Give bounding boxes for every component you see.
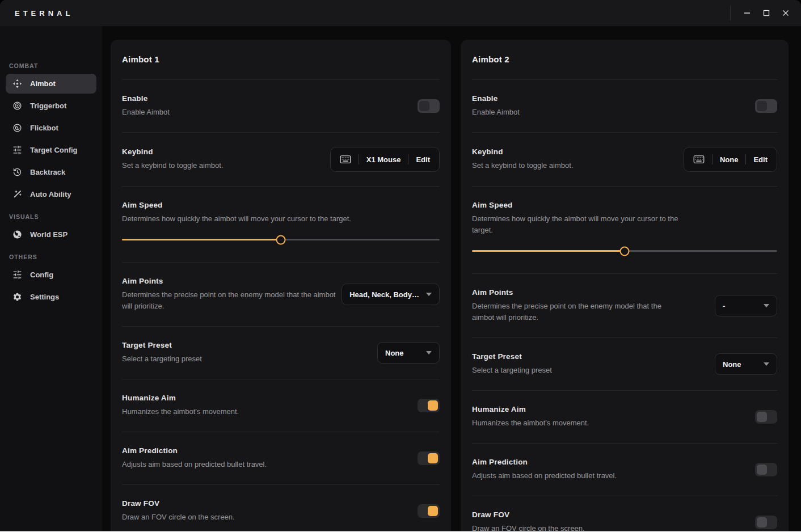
toggle-knob xyxy=(757,465,767,475)
setting-row-aim-prediction: Aim Prediction Adjusts aim based on pred… xyxy=(122,432,440,484)
maximize-icon xyxy=(761,7,772,19)
chevron-down-icon xyxy=(426,351,432,354)
setting-desc: Determines the precise point on the enem… xyxy=(472,301,682,323)
target-preset-select[interactable]: None xyxy=(377,342,440,364)
minimize-button[interactable] xyxy=(737,0,757,26)
setting-desc: Adjusts aim based on predicted bullet tr… xyxy=(122,459,267,470)
setting-label: Keybind xyxy=(122,147,224,156)
setting-desc: Humanizes the aimbot's movement. xyxy=(472,417,589,429)
keybind-value: X1 Mouse xyxy=(366,155,401,164)
sidebar-item-triggerbot[interactable]: Triggerbot xyxy=(6,96,96,116)
keyboard-icon xyxy=(693,155,705,164)
globe-icon xyxy=(12,230,22,240)
keybind-control[interactable]: X1 Mouse Edit xyxy=(330,147,440,172)
toggle-knob xyxy=(428,506,438,516)
slider-thumb[interactable] xyxy=(620,246,630,256)
maximize-button[interactable] xyxy=(757,0,776,26)
toggle-knob xyxy=(757,412,767,422)
keybind-edit-button[interactable]: Edit xyxy=(416,155,430,164)
gear-icon xyxy=(12,292,22,302)
history-icon xyxy=(12,167,22,178)
toggle-knob xyxy=(757,101,767,111)
sidebar-item-label: Backtrack xyxy=(30,168,65,176)
setting-desc: Select a targeting preset xyxy=(122,353,202,365)
sidebar-item-world-esp[interactable]: World ESP xyxy=(6,225,96,244)
sidebar-section-combat: COMBAT xyxy=(9,62,93,69)
sidebar-item-target-config[interactable]: Target Config xyxy=(6,140,96,160)
aim-prediction-toggle[interactable] xyxy=(755,463,777,476)
setting-row-enable: Enable Enable Aimbot xyxy=(122,79,440,132)
aimbot-1-panel: Aimbot 1 Enable Enable Aimbot Keybind Se… xyxy=(111,40,451,532)
sidebar-section-visuals: VISUALS xyxy=(9,213,93,220)
setting-desc: Select a targeting preset xyxy=(472,365,552,376)
keybind-control[interactable]: None Edit xyxy=(684,147,777,172)
close-icon xyxy=(780,7,791,19)
setting-desc: Set a keybind to toggle aimbot. xyxy=(122,160,224,171)
setting-label: Aim Prediction xyxy=(122,446,267,455)
setting-row-humanize-aim: Humanize Aim Humanizes the aimbot's move… xyxy=(472,390,777,443)
humanize-aim-toggle[interactable] xyxy=(755,410,777,424)
aim-prediction-toggle[interactable] xyxy=(418,451,440,465)
aim-speed-slider[interactable] xyxy=(472,246,777,256)
sidebar-item-label: Triggerbot xyxy=(30,102,66,110)
setting-label: Aim Points xyxy=(472,288,682,297)
close-button[interactable] xyxy=(776,0,795,26)
select-value: None xyxy=(385,349,404,357)
sidebar-item-label: Flickbot xyxy=(30,124,58,132)
sidebar-item-settings[interactable]: Settings xyxy=(6,287,96,307)
setting-desc: Enable Aimbot xyxy=(122,107,170,118)
sidebar-item-label: Target Config xyxy=(30,146,78,154)
keybind-edit-button[interactable]: Edit xyxy=(753,155,768,164)
divider xyxy=(359,154,359,164)
setting-label: Enable xyxy=(122,94,170,103)
setting-row-target-preset: Target Preset Select a targeting preset … xyxy=(472,337,777,390)
panel-title: Aimbot 2 xyxy=(472,54,777,64)
setting-desc: Draw an FOV circle on the screen. xyxy=(122,512,235,523)
draw-fov-toggle[interactable] xyxy=(418,504,440,518)
wand-icon xyxy=(12,189,22,200)
setting-label: Aim Speed xyxy=(122,201,440,209)
setting-row-target-preset: Target Preset Select a targeting preset … xyxy=(122,326,440,379)
enable-toggle[interactable] xyxy=(755,99,777,113)
setting-label: Humanize Aim xyxy=(472,405,589,413)
app-logo: ETERNAL xyxy=(15,9,73,18)
divider xyxy=(745,154,746,164)
humanize-aim-toggle[interactable] xyxy=(418,399,440,412)
aim-points-select[interactable]: Head, Neck, Body… xyxy=(342,284,440,305)
setting-label: Aim Prediction xyxy=(472,458,617,466)
setting-row-aim-speed: Aim Speed Determines how quickly the aim… xyxy=(472,186,777,273)
setting-row-draw-fov: Draw FOV Draw an FOV circle on the scree… xyxy=(472,496,777,532)
sliders-icon xyxy=(12,270,22,280)
select-value: Head, Neck, Body… xyxy=(349,290,419,299)
setting-desc: Adjusts aim based on predicted bullet tr… xyxy=(472,470,617,482)
setting-row-aim-prediction: Aim Prediction Adjusts aim based on pred… xyxy=(472,443,777,496)
setting-label: Enable xyxy=(472,94,520,103)
toggle-knob xyxy=(757,517,767,527)
sidebar-item-aimbot[interactable]: Aimbot xyxy=(6,74,96,94)
slider-thumb[interactable] xyxy=(276,235,286,244)
sidebar-item-config[interactable]: Config xyxy=(6,265,96,285)
sidebar-item-auto-ability[interactable]: Auto Ability xyxy=(6,184,96,204)
setting-label: Aim Points xyxy=(122,277,342,285)
setting-row-humanize-aim: Humanize Aim Humanizes the aimbot's move… xyxy=(122,379,440,432)
enable-toggle[interactable] xyxy=(418,99,440,113)
aim-speed-slider[interactable] xyxy=(122,235,440,244)
sidebar-item-label: World ESP xyxy=(30,230,68,239)
sidebar: COMBAT Aimbot Triggerbot Flickbot xyxy=(0,26,102,532)
aimbot-2-panel: Aimbot 2 Enable Enable Aimbot Keybind Se… xyxy=(461,40,789,532)
sidebar-item-backtrack[interactable]: Backtrack xyxy=(6,162,96,182)
setting-desc: Enable Aimbot xyxy=(472,107,520,118)
setting-desc: Determines the precise point on the enem… xyxy=(122,289,342,312)
chevron-down-icon xyxy=(764,304,769,307)
setting-row-keybind: Keybind Set a keybind to toggle aimbot. … xyxy=(122,132,440,186)
setting-row-aim-speed: Aim Speed Determines how quickly the aim… xyxy=(122,186,440,262)
sidebar-item-label: Config xyxy=(30,271,53,279)
slider-fill xyxy=(122,239,281,240)
spiral-circle-icon xyxy=(12,123,22,133)
sidebar-item-flickbot[interactable]: Flickbot xyxy=(6,118,96,138)
target-preset-select[interactable]: None xyxy=(715,353,777,375)
aim-points-select[interactable]: - xyxy=(715,295,777,316)
draw-fov-toggle[interactable] xyxy=(755,516,777,529)
keyboard-icon xyxy=(340,155,351,164)
setting-row-aim-points: Aim Points Determines the precise point … xyxy=(122,262,440,326)
